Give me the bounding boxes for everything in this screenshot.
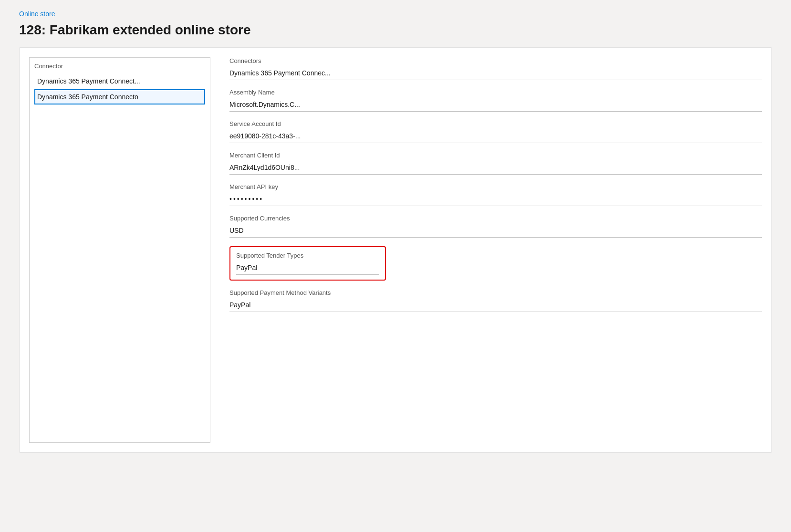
field-value: Microsoft.Dynamics.C... — [229, 98, 762, 112]
field-value: ••••••••• — [229, 192, 762, 206]
field-label: Merchant Client Id — [229, 152, 762, 159]
field-group: Supported CurrenciesUSD — [229, 215, 762, 238]
field-value: ARnZk4Lyd1d6OUni8... — [229, 161, 762, 175]
field-group: Merchant Client IdARnZk4Lyd1d6OUni8... — [229, 152, 762, 175]
field-label: Merchant API key — [229, 183, 762, 190]
field-label: Assembly Name — [229, 89, 762, 96]
field-value: Dynamics 365 Payment Connec... — [229, 66, 762, 80]
page-title: 128: Fabrikam extended online store — [19, 22, 772, 38]
breadcrumb-link[interactable]: Online store — [19, 10, 55, 18]
field-group: Merchant API key••••••••• — [229, 183, 762, 206]
right-panel: ConnectorsDynamics 365 Payment Connec...… — [229, 57, 762, 443]
field-label: Supported Payment Method Variants — [229, 289, 762, 296]
field-label: Connectors — [229, 57, 762, 64]
field-label: Service Account Id — [229, 120, 762, 127]
field-value: PayPal — [229, 298, 762, 312]
field-group: ConnectorsDynamics 365 Payment Connec... — [229, 57, 762, 80]
field-value: PayPal — [236, 261, 379, 275]
tender-types-group: Supported Tender TypesPayPal — [229, 246, 386, 281]
connector-list: Dynamics 365 Payment Connect...Dynamics … — [34, 73, 205, 104]
connector-list-item[interactable]: Dynamics 365 Payment Connecto — [34, 89, 205, 104]
field-label: Supported Currencies — [229, 215, 762, 222]
field-group: Service Account Idee919080-281c-43a3-... — [229, 120, 762, 143]
field-group: Supported Payment Method VariantsPayPal — [229, 289, 762, 312]
left-panel: Connector Dynamics 365 Payment Connect..… — [29, 57, 210, 443]
field-value: USD — [229, 224, 762, 238]
main-content: Connector Dynamics 365 Payment Connect..… — [19, 47, 772, 453]
field-label: Supported Tender Types — [236, 252, 379, 259]
field-group: Assembly NameMicrosoft.Dynamics.C... — [229, 89, 762, 112]
field-value: ee919080-281c-43a3-... — [229, 129, 762, 143]
connector-panel-label: Connector — [34, 63, 205, 70]
connector-list-item[interactable]: Dynamics 365 Payment Connect... — [34, 73, 205, 89]
